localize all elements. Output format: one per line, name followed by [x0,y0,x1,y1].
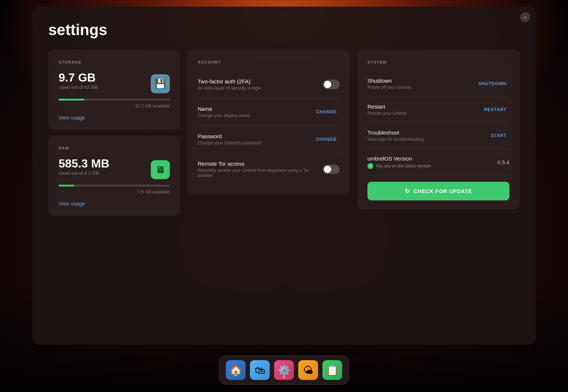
2fa-toggle[interactable] [323,80,340,89]
version-info: umbrelOS Version ✓ You are on the latest… [367,155,497,169]
ram-label: RAM [59,146,170,150]
restart-row: Restart Restart your Umbrel RESTART [367,97,509,123]
tor-desc: Remotely access your Umbrel from anywher… [198,168,323,178]
tor-title: Remote Tor access [198,161,323,167]
check-update-label: CHECK FOR UPDATE [414,188,472,194]
2fa-row: Two-factor auth (2FA) An extra layer of … [198,71,340,98]
ram-progress-bg [59,185,170,186]
name-change-button[interactable]: CHANGE [313,108,340,116]
ram-card: RAM 585.3 MB Used out of 4.1 GB 🖥 3.5 GB… [48,136,180,216]
dock-sun-button[interactable]: 🌤 [298,360,318,380]
ram-progress-fill [59,185,74,186]
version-value: 0.5.4 [497,159,509,165]
ram-available: 3.5 GB available [59,189,170,195]
restart-info: Restart Restart your Umbrel [367,103,481,116]
storage-view-usage-link[interactable]: View usage [59,115,85,121]
cards-grid: STORAGE 9.7 GB Used out of 42 GB 💾 32.2 … [48,50,520,216]
tor-toggle[interactable] [323,165,340,174]
refresh-icon: ↻ [405,188,410,195]
restart-desc: Restart your Umbrel [367,111,481,116]
account-label: ACCOUNT [198,60,340,64]
ram-chip-icon: 🖥 [156,164,165,176]
dock-shop-button[interactable]: 🛍 [250,360,270,380]
disk-icon: 💾 [154,78,166,90]
password-desc: Change your Umbrel's password [198,140,313,146]
dock-active-dot [283,376,285,378]
dock-home-button[interactable]: 🏠 [226,360,246,380]
version-title: umbrelOS Version [367,155,497,162]
shutdown-info: Shutdown Power off your Umbrel [367,78,475,90]
ram-view-usage-link[interactable]: View usage [59,201,85,207]
system-card: SYSTEM Shutdown Power off your Umbrel SH… [357,50,520,209]
version-row: umbrelOS Version ✓ You are on the latest… [367,149,509,176]
tor-row: Remote Tor access Remotely access your U… [198,153,340,185]
tor-toggle-knob [324,166,331,173]
version-status-dot: ✓ [367,163,373,169]
troubleshoot-row: Troubleshoot View logs for troubleshooti… [367,123,509,149]
dock-budget-button[interactable]: 📋 [322,360,342,380]
version-status: ✓ You are on the latest version [367,163,497,169]
system-label: SYSTEM [367,60,509,64]
dock: 🏠 🛍 ⚙️ 🌤 📋 [219,355,349,385]
dock-item-shop: 🛍 [250,360,270,380]
storage-icon: 💾 [151,74,170,93]
restart-title: Restart [367,103,481,110]
password-title: Password [198,133,313,139]
2fa-toggle-knob [324,81,331,88]
dock-item-home: 🏠 [226,360,246,380]
name-info: Name Change your display name [198,106,313,118]
ram-value: 585.3 MB [59,157,109,170]
storage-available: 32.2 GB available [59,103,170,109]
name-title: Name [198,106,313,112]
password-info: Password Change your Umbrel's password [198,133,313,146]
troubleshoot-info: Troubleshoot View logs for troubleshooti… [367,129,488,142]
2fa-info: Two-factor auth (2FA) An extra layer of … [198,78,323,91]
left-column: STORAGE 9.7 GB Used out of 42 GB 💾 32.2 … [48,50,180,216]
dock-item-budget: 📋 [322,360,342,380]
restart-button[interactable]: RESTART [481,106,509,114]
settings-window: × settings STORAGE 9.7 GB Used out of 42… [32,7,536,344]
shutdown-button[interactable]: SHUTDOWN [475,80,509,88]
shutdown-title: Shutdown [367,78,475,84]
dock-item-settings: ⚙️ [274,360,294,380]
storage-value: 9.7 GB [59,71,98,84]
shutdown-row: Shutdown Power off your Umbrel SHUTDOWN [367,71,509,97]
troubleshoot-desc: View logs for troubleshooting [367,137,488,142]
troubleshoot-button[interactable]: START [488,132,509,140]
storage-used: Used out of 42 GB [59,84,98,90]
version-value-container: 0.5.4 [497,159,509,165]
tor-info: Remote Tor access Remotely access your U… [198,161,323,178]
account-card: ACCOUNT Two-factor auth (2FA) An extra l… [187,50,350,194]
storage-label: STORAGE [59,60,170,64]
dock-item-sun: 🌤 [298,360,318,380]
storage-progress-bg [59,99,170,101]
password-change-button[interactable]: CHANGE [313,135,340,143]
page-title: settings [48,21,520,39]
storage-card: STORAGE 9.7 GB Used out of 42 GB 💾 32.2 … [48,50,180,130]
password-row: Password Change your Umbrel's password C… [198,126,340,153]
name-desc: Change your display name [198,113,313,118]
storage-main-row: 9.7 GB Used out of 42 GB 💾 [59,71,170,97]
check-update-button[interactable]: ↻ CHECK FOR UPDATE [367,182,509,200]
ram-icon: 🖥 [151,160,170,179]
storage-progress-fill [59,99,84,101]
2fa-title: Two-factor auth (2FA) [198,78,323,84]
version-status-text: You are on the latest version [375,163,431,169]
name-row: Name Change your display name CHANGE [198,98,340,126]
2fa-desc: An extra layer of security to login [198,86,323,91]
close-button[interactable]: × [520,12,530,22]
troubleshoot-title: Troubleshoot [367,129,488,136]
shutdown-desc: Power off your Umbrel [367,85,475,90]
ram-used: Used out of 4.1 GB [59,170,109,176]
ram-main-row: 585.3 MB Used out of 4.1 GB 🖥 [59,157,170,182]
